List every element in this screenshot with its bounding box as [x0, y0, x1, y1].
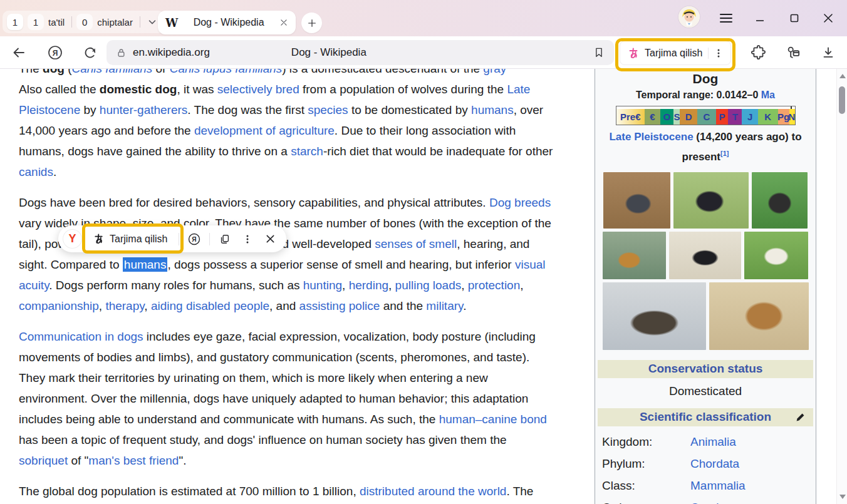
profile-avatar[interactable] [678, 6, 700, 28]
timescale-segment-€[interactable]: € [645, 109, 660, 125]
article-link[interactable]: senses of smell [375, 237, 457, 250]
text-line: Pleistocene by hunter-gatherers. The dog… [19, 100, 594, 120]
taxon-link[interactable]: Chordata [690, 457, 739, 471]
taxon-link[interactable]: Animalia [690, 435, 736, 449]
jack-russell-terrier-photo[interactable] [744, 232, 808, 279]
article-link[interactable]: humans [471, 103, 514, 116]
article-link[interactable]: starch [291, 145, 323, 158]
translate-a-icon [93, 233, 105, 245]
translate-more-icon[interactable] [714, 48, 724, 58]
taxon-link[interactable]: Carnivora [690, 501, 742, 504]
page-scrollbar[interactable] [836, 69, 847, 504]
article-link[interactable]: Dog breeds [489, 196, 551, 209]
article-link[interactable]: acuity [19, 279, 49, 292]
late-pleistocene-link[interactable]: Late Pleistocene [609, 131, 693, 143]
article-link[interactable]: human–canine bond [439, 413, 547, 426]
article-link[interactable]: Canis familiaris [71, 69, 152, 75]
article-link[interactable]: Canis lupus familiaris [170, 69, 283, 75]
article-link[interactable]: herding [349, 279, 388, 292]
search-yandex-icon[interactable]: Я [187, 232, 202, 247]
edit-pencil-icon[interactable] [795, 412, 806, 423]
japanese-chin-photo[interactable] [752, 172, 808, 229]
article-link[interactable]: pulling loads [395, 279, 462, 292]
extensions-icon[interactable] [749, 43, 769, 63]
scrollbar-thumb[interactable] [839, 86, 845, 114]
tab-group-1-label[interactable]: ta'til [48, 17, 65, 28]
article-link[interactable]: therapy [105, 299, 144, 312]
tab-groups: 1 1 ta'til 0 chiptalar [3, 11, 164, 33]
maximize-icon[interactable] [786, 9, 803, 27]
close-icon[interactable] [819, 9, 837, 27]
timescale-segment-o[interactable]: O [660, 109, 674, 125]
minimize-icon[interactable] [751, 9, 769, 27]
timescale-segment-pre€[interactable]: Pre€ [616, 109, 645, 125]
scrollbar-down-arrow[interactable] [839, 495, 846, 499]
scrollbar-up-arrow[interactable] [839, 74, 846, 78]
article-link[interactable]: aiding disabled people [151, 299, 269, 312]
blue-merle-dog-running-photo[interactable] [603, 172, 670, 229]
bookmark-icon[interactable] [593, 46, 605, 59]
article-link[interactable]: man's best friend [88, 454, 179, 467]
timescale-segment-c[interactable]: C [697, 109, 716, 125]
taxon-link[interactable]: Mammalia [690, 479, 746, 493]
article-link[interactable]: species [308, 103, 348, 116]
article-link[interactable]: sobriquet [19, 454, 68, 467]
tab-group-active[interactable]: 1 [7, 14, 23, 30]
timescale-segment-k[interactable]: K [758, 109, 778, 125]
article-link[interactable]: assisting police [299, 299, 380, 312]
article-text: , [99, 299, 106, 312]
active-tab[interactable]: W Dog - Wikipedia [158, 11, 296, 34]
article-link[interactable]: gray [483, 69, 506, 75]
article-link[interactable]: companionship [19, 299, 99, 312]
ma-link[interactable]: Ma [761, 90, 775, 100]
timescale-segment-n[interactable]: N [789, 109, 795, 125]
article-link[interactable]: development of agriculture [194, 124, 335, 137]
classification-row: Phylum:Chordata [598, 453, 813, 475]
back-icon[interactable] [9, 43, 29, 63]
article-link[interactable]: Pleistocene [19, 103, 80, 116]
download-icon[interactable] [818, 43, 838, 63]
article-link[interactable]: canids [19, 165, 53, 178]
article-link[interactable]: Communication in dogs [19, 330, 143, 343]
popup-more-icon[interactable] [240, 232, 255, 247]
copy-icon[interactable] [217, 232, 232, 247]
password-manager-icon[interactable] [783, 43, 803, 63]
timescale-segment-p[interactable]: P [716, 109, 729, 125]
article-link[interactable]: military [426, 299, 463, 312]
infobox-title: Dog [598, 71, 813, 86]
timescale-segment-d[interactable]: D [680, 109, 697, 125]
article-link[interactable]: visual [515, 258, 546, 271]
tab-group-2-count[interactable]: 0 [76, 14, 93, 30]
article-link[interactable]: selectively bred [217, 83, 299, 96]
timescale-segment-t[interactable]: T [728, 109, 742, 125]
timescale-segment-pg[interactable]: Pg [778, 109, 789, 125]
classification-row: Kingdom:Animalia [598, 431, 813, 453]
popup-close-icon[interactable] [262, 232, 278, 247]
popup-translate-button[interactable]: Tarjima qilish [89, 233, 171, 245]
url-host[interactable]: en.wikipedia.org [133, 46, 210, 59]
tab-group-2-label[interactable]: chiptalar [97, 17, 133, 28]
golden-retriever-water-photo[interactable] [603, 232, 666, 279]
tab-close-icon[interactable] [279, 18, 288, 27]
tab-group-1-count[interactable]: 1 [28, 14, 44, 30]
black-labrador-snow-photo[interactable] [669, 232, 741, 279]
translate-button[interactable]: Tarjima qilish [620, 41, 731, 65]
sled-dogs-snow-photo[interactable] [603, 282, 706, 350]
menu-icon[interactable] [717, 9, 735, 27]
article-link[interactable]: hunting [303, 279, 342, 292]
yandex-start-icon[interactable]: Я [45, 43, 65, 63]
article-link[interactable]: protection [468, 279, 520, 292]
new-tab-button[interactable] [301, 13, 322, 33]
article-link[interactable]: Late [507, 83, 530, 96]
dog-nursing-puppies-photo[interactable] [709, 282, 809, 350]
black-white-dog-grass-photo[interactable] [673, 172, 749, 229]
reference-link[interactable]: [1] [720, 150, 729, 157]
article-link[interactable]: hunter-gatherers [100, 103, 187, 116]
timescale-segment-j[interactable]: J [742, 109, 758, 125]
article-link[interactable]: distributed around the world [360, 485, 506, 498]
article-text: ( [65, 69, 72, 75]
reload-icon[interactable] [80, 43, 100, 63]
timescale-segment-s[interactable]: S [673, 109, 680, 125]
address-bar[interactable]: en.wikipedia.org Dog - Wikipedia [107, 40, 614, 65]
text-line: includes being able to understand and co… [19, 409, 594, 429]
